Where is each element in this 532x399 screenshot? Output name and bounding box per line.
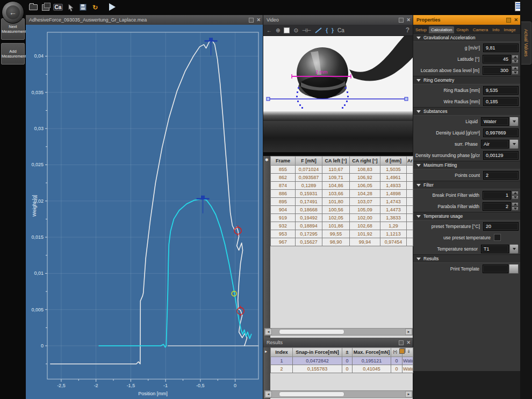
table-cell[interactable]: 1,4961 (380, 174, 407, 182)
tab-camera[interactable]: Camera (471, 26, 490, 33)
table-cell[interactable]: 104,86 (322, 182, 350, 190)
refresh-button[interactable]: ↻ (90, 3, 100, 12)
close-icon[interactable]: ✕ (256, 18, 261, 23)
table-row[interactable]: 8950,17491101,80103,071,4743 (271, 198, 413, 206)
scroll-thumb[interactable] (279, 329, 344, 334)
results-table[interactable]: IndexSnap-in Force[mN]±Max. Force[mN] 10… (270, 347, 413, 373)
tab-image[interactable]: Image (502, 26, 518, 33)
table-cell[interactable]: 1,29 (380, 222, 407, 230)
value-field[interactable] (483, 265, 508, 273)
value-field[interactable]: 0,185 (483, 97, 519, 106)
table-row[interactable]: 9320,18894101,86102,681,29 (271, 222, 413, 230)
table-cell[interactable]: 99,55 (322, 230, 350, 238)
value-field[interactable]: 0,00129 (483, 151, 519, 160)
close-icon[interactable]: ✕ (514, 18, 518, 23)
section-header[interactable]: Gravitational Acceleration (413, 33, 520, 42)
frame-table-hscrollbar[interactable]: ◄ ► (264, 328, 413, 336)
table-cell[interactable]: 106,05 (350, 182, 380, 190)
table-cell[interactable]: 101,92 (350, 230, 380, 238)
copy-icon[interactable] (399, 348, 405, 354)
results-row[interactable]: 20,15578300,410450Water (271, 365, 413, 373)
frame-table-header[interactable]: F [mN] (296, 156, 322, 166)
video-help-icon[interactable]: ? (406, 26, 409, 34)
video-frame[interactable]: 2 mm (263, 36, 413, 156)
chevron-down-icon[interactable] (509, 244, 519, 254)
close-icon[interactable]: ✕ (406, 18, 411, 23)
baseline-handle-right[interactable] (405, 97, 408, 101)
right-contact-angle-icon[interactable]: } (332, 27, 334, 33)
table-cell[interactable]: 104,28 (350, 190, 380, 198)
table-cell[interactable]: 895 (271, 198, 296, 206)
ca-tool-icon[interactable]: Ca (337, 27, 344, 33)
value-field[interactable]: 2 (483, 171, 519, 180)
scroll-left-icon[interactable]: ◄ (265, 329, 272, 335)
fit-icon[interactable]: {•} (393, 349, 397, 354)
results-header[interactable]: Snap-in Force[mN] (293, 348, 342, 357)
scroll-right-icon[interactable]: ► (405, 391, 412, 397)
target-icon[interactable]: ⊕ (276, 27, 280, 33)
table-cell[interactable]: 103,07 (350, 198, 380, 206)
table-row[interactable]: 8860,15931103,66104,281,4898 (271, 190, 413, 198)
table-cell[interactable]: 967 (271, 238, 296, 246)
table-cell[interactable] (407, 166, 413, 174)
results-header[interactable]: Max. Force[mN] (353, 348, 391, 357)
baseline-handle-left[interactable] (267, 97, 270, 101)
actual-values-tab[interactable]: Actual Values (521, 22, 531, 65)
table-cell[interactable]: 886 (271, 190, 296, 198)
new-window-button[interactable] (41, 3, 51, 12)
table-cell[interactable]: 874 (271, 182, 296, 190)
results-cell[interactable]: 0 (342, 357, 353, 365)
frame-table[interactable]: FrameF [mN]CA left [°]CA right [°]d [mm]… (270, 156, 413, 246)
table-cell[interactable] (407, 182, 413, 190)
dropdown-value[interactable]: Air (481, 140, 509, 148)
row-selector-gutter[interactable]: ✱ (263, 156, 270, 338)
dropdown-value[interactable]: Water (481, 117, 509, 126)
table-row[interactable]: 9040,18668100,56105,091,4473 (271, 206, 413, 214)
frame-table-header[interactable]: CA right [°] (350, 156, 380, 166)
close-icon[interactable]: ✕ (406, 340, 411, 345)
results-cell[interactable]: 0 (391, 357, 402, 365)
scroll-thumb[interactable] (279, 391, 344, 397)
table-cell[interactable]: 0,18668 (296, 206, 322, 214)
results-cell[interactable]: Water (402, 357, 413, 365)
table-cell[interactable]: 101,86 (322, 222, 350, 230)
table-cell[interactable]: 99,94 (350, 238, 380, 246)
table-row[interactable]: 9190,19492102,05102,001,3833 (271, 214, 413, 222)
dropdown-value[interactable]: T1 (481, 245, 509, 253)
table-cell[interactable]: 102,68 (350, 222, 380, 230)
table-cell[interactable]: 105,09 (350, 206, 380, 214)
value-field[interactable]: 9,535 (483, 86, 519, 95)
table-row[interactable]: 9670,1562798,9099,940,97454 (271, 238, 413, 246)
results-cell[interactable]: 0,0472842 (293, 357, 342, 365)
contact-angle-button[interactable]: Ca (53, 3, 63, 12)
checkbox[interactable] (494, 234, 501, 241)
section-header[interactable]: Temperature usage (413, 212, 520, 220)
spinner[interactable] (512, 55, 519, 63)
table-cell[interactable]: 108,83 (350, 166, 380, 174)
results-cell[interactable]: 0 (391, 365, 402, 373)
browse-button[interactable] (509, 264, 519, 274)
value-field[interactable]: 9,81 (483, 44, 519, 52)
results-row[interactable]: 10,047284200,1951210Water (271, 357, 413, 365)
table-cell[interactable]: 0,97454 (380, 238, 407, 246)
table-cell[interactable]: 0,15627 (296, 238, 322, 246)
results-cell[interactable]: Water (402, 365, 413, 373)
tab-calculation[interactable]: Calculation (429, 26, 455, 33)
stop-icon[interactable] (284, 27, 290, 33)
results-cell[interactable]: 0,41045 (353, 365, 391, 373)
table-cell[interactable]: 0,19492 (296, 214, 322, 222)
table-row[interactable]: 8620,093587109,71106,921,4961 (271, 174, 413, 182)
table-cell[interactable] (407, 198, 413, 206)
table-cell[interactable] (407, 206, 413, 214)
table-cell[interactable]: 919 (271, 214, 296, 222)
table-cell[interactable]: 0,093587 (296, 174, 322, 182)
table-cell[interactable]: 0,17295 (296, 230, 322, 238)
table-cell[interactable]: 101,80 (322, 198, 350, 206)
tab-info[interactable]: Info (490, 26, 501, 33)
spinner[interactable] (512, 202, 519, 211)
results-header[interactable]: ± (342, 348, 353, 357)
table-row[interactable]: 8740,1289104,86106,051,4933 (271, 182, 413, 190)
table-cell[interactable]: 904 (271, 206, 296, 214)
value-field[interactable]: 0,997869 (483, 129, 519, 137)
save-button[interactable] (78, 3, 88, 12)
